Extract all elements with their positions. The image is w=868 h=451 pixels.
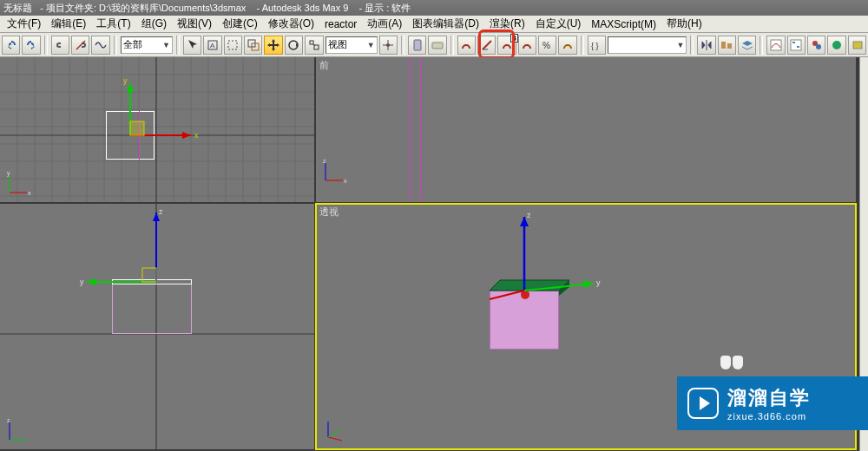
mirror-button[interactable] <box>697 36 715 55</box>
menu-group[interactable]: 组(G) <box>136 15 172 33</box>
unlink-button[interactable] <box>71 36 89 55</box>
snap-percent-button[interactable] <box>518 36 536 55</box>
select-by-name-button[interactable]: A <box>203 36 221 55</box>
object-bounds-left <box>112 284 192 334</box>
viewport-front[interactable]: 前 xz <box>316 57 856 202</box>
object-box-body[interactable] <box>490 291 559 350</box>
menu-modifiers[interactable]: 修改器(O) <box>263 15 319 33</box>
viewport-left[interactable]: z y z <box>0 204 314 449</box>
menu-graph[interactable]: 图表编辑器(D) <box>407 15 484 33</box>
menu-help[interactable]: 帮助(H) <box>661 15 707 33</box>
schematic-view-button[interactable] <box>787 36 806 55</box>
svg-rect-14 <box>432 42 443 49</box>
menu-create[interactable]: 创建(C) <box>217 15 263 33</box>
svg-text:y: y <box>80 278 84 286</box>
svg-line-91 <box>328 430 340 437</box>
select-and-move-button[interactable] <box>264 36 282 55</box>
svg-text:A: A <box>210 42 215 49</box>
svg-rect-18 <box>727 43 732 49</box>
viewport-label-front: 前 <box>319 59 329 72</box>
toolbar-separator <box>581 36 584 55</box>
layer-manager-button[interactable] <box>738 36 756 55</box>
svg-text:{ }: { } <box>591 42 599 50</box>
viewcube-icon[interactable] <box>720 356 743 369</box>
toolbar-separator <box>690 36 694 55</box>
redo-button[interactable] <box>22 36 40 55</box>
select-and-rotate-button[interactable] <box>285 36 303 55</box>
snap-2d-button[interactable] <box>457 36 476 55</box>
svg-text:x: x <box>194 131 199 140</box>
material-editor-button[interactable] <box>807 36 825 55</box>
edit-named-sel-button[interactable] <box>558 36 576 55</box>
menu-file[interactable]: 文件(F) <box>2 15 46 33</box>
svg-text:%: % <box>542 41 550 50</box>
svg-rect-7 <box>310 41 313 44</box>
svg-text:z: z <box>159 207 163 216</box>
pivot-center-button[interactable] <box>379 36 398 55</box>
toolbar-separator <box>450 36 454 55</box>
svg-rect-74 <box>142 268 156 282</box>
window-crossing-button[interactable] <box>244 36 262 55</box>
menu-reactor[interactable]: reactor <box>319 16 362 32</box>
svg-rect-57 <box>130 121 144 135</box>
axis-tripod-front: xz <box>321 159 347 185</box>
align-button[interactable] <box>718 36 736 55</box>
svg-line-89 <box>328 437 342 441</box>
viewport-top[interactable]: x y xy <box>0 57 314 202</box>
svg-marker-56 <box>182 132 191 139</box>
svg-rect-22 <box>797 46 799 48</box>
spinner-snap-button[interactable]: % <box>538 36 556 55</box>
selection-filter-combo[interactable]: 全部▼ <box>121 36 173 54</box>
svg-rect-19 <box>771 40 781 50</box>
bind-spacewarp-button[interactable] <box>91 36 109 55</box>
menu-render[interactable]: 渲染(R) <box>484 15 530 33</box>
object-edge-front <box>420 57 421 202</box>
link-button[interactable] <box>51 36 69 55</box>
menu-animation[interactable]: 动画(A) <box>362 15 407 33</box>
menu-maxscript[interactable]: MAXScript(M) <box>586 16 661 32</box>
curve-editor-button[interactable] <box>766 36 785 55</box>
ref-coord-combo[interactable]: 视图▼ <box>326 36 378 54</box>
snap-angle-button[interactable] <box>477 36 496 55</box>
menu-edit[interactable]: 编辑(E) <box>46 15 91 33</box>
axis-tripod-persp <box>321 418 347 444</box>
svg-rect-17 <box>721 42 726 49</box>
axis-tripod-top: xy <box>5 171 31 197</box>
select-and-scale-button[interactable] <box>305 36 323 55</box>
menu-tools[interactable]: 工具(T) <box>91 15 135 33</box>
quick-render-button[interactable] <box>848 36 866 55</box>
undo-button[interactable] <box>2 36 20 55</box>
menu-views[interactable]: 视图(V) <box>172 15 217 33</box>
select-object-button[interactable] <box>183 36 201 55</box>
axis-tripod-left: z <box>5 418 31 444</box>
select-manipulate-button[interactable] <box>408 36 426 55</box>
snap-3d-badge: 3 <box>510 34 518 42</box>
named-sel-combo[interactable]: ▼ <box>608 36 687 54</box>
move-gizmo-persp[interactable]: z y <box>472 212 611 299</box>
toolbar-separator <box>760 36 763 55</box>
menu-customize[interactable]: 自定义(U) <box>530 15 587 33</box>
title-untitled: 无标题 <box>3 2 32 15</box>
svg-rect-26 <box>853 42 862 49</box>
svg-rect-13 <box>414 40 421 50</box>
svg-text:y: y <box>596 278 601 287</box>
svg-text:y: y <box>123 76 128 85</box>
snap-3d-button[interactable]: 3 <box>497 36 516 55</box>
svg-rect-21 <box>792 42 795 43</box>
render-scene-button[interactable] <box>827 36 845 55</box>
title-display: - 显示 : 软件 <box>359 2 411 15</box>
move-gizmo-left[interactable]: z y <box>78 212 182 291</box>
svg-point-25 <box>832 41 841 49</box>
object-edge-front <box>410 57 411 202</box>
toolbar-separator <box>44 36 48 55</box>
keyboard-shortcut-override-button[interactable] <box>428 36 446 55</box>
select-region-button[interactable] <box>224 36 242 55</box>
play-icon <box>687 388 719 419</box>
named-sel-sets-button[interactable]: { } <box>588 36 606 55</box>
move-gizmo-top[interactable]: x y <box>130 83 217 153</box>
main-toolbar: 全部▼ A 视图▼ 3 % { } ▼ <box>0 33 868 57</box>
svg-point-24 <box>816 44 821 49</box>
toolbar-separator <box>401 36 404 55</box>
svg-rect-20 <box>791 40 801 50</box>
svg-marker-73 <box>87 278 95 285</box>
